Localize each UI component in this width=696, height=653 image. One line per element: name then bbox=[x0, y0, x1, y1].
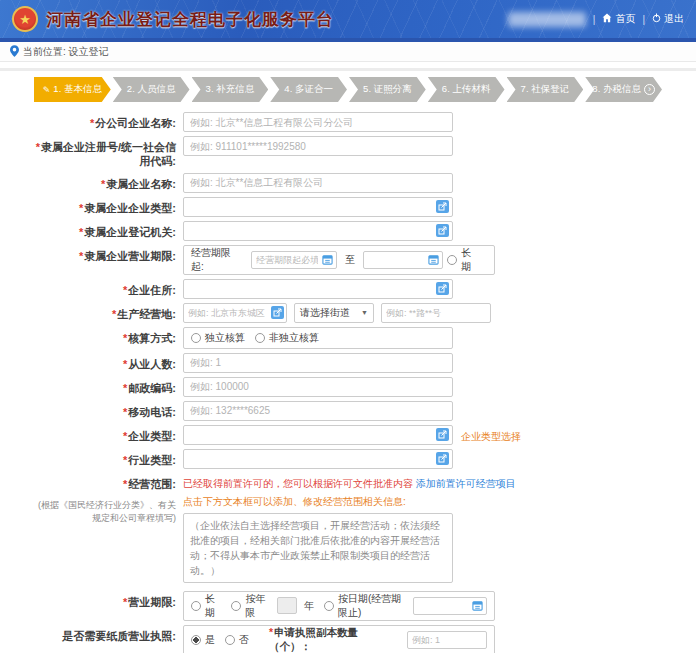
field-operation-place: *生产经营地: 请选择街道 ▼ bbox=[35, 303, 696, 323]
step-label: 2. 人员信息 bbox=[127, 83, 176, 96]
step-tab-supplementary-info[interactable]: 3. 补充信息 bbox=[192, 77, 269, 102]
operation-place-label: 生产经营地: bbox=[117, 308, 176, 320]
field-address: *企业住所: bbox=[35, 279, 696, 299]
header-nav: | 首页 | 退出 bbox=[508, 12, 684, 27]
field-parent-type: *隶属企业企业类型: bbox=[35, 197, 696, 217]
radio-independent-accounting-label: 独立核算 bbox=[205, 331, 245, 345]
radio-parent-term-long-label: 长期 bbox=[461, 246, 481, 274]
radio-parent-term-long[interactable] bbox=[447, 255, 457, 265]
parent-authority-label: 隶属企业登记机关: bbox=[84, 226, 176, 238]
years-input[interactable] bbox=[277, 597, 297, 614]
parent-term-label: 隶属企业营业期限: bbox=[84, 250, 176, 262]
logout-link[interactable]: 退出 bbox=[652, 12, 684, 26]
required-mark: * bbox=[112, 308, 116, 320]
calendar-icon[interactable] bbox=[428, 254, 439, 265]
radio-independent-accounting[interactable] bbox=[191, 333, 201, 343]
required-mark: * bbox=[123, 332, 127, 344]
home-icon bbox=[602, 13, 612, 25]
step-label: 5. 证照分离 bbox=[363, 83, 412, 96]
street-select[interactable]: 请选择街道 ▼ bbox=[294, 303, 374, 323]
breadcrumb-text: 当前位置: 设立登记 bbox=[23, 45, 109, 59]
industry-type-input[interactable] bbox=[183, 449, 453, 469]
scope-notice-orange: 点击下方文本框可以添加、修改经营范围相关信息: bbox=[183, 495, 516, 509]
radio-paper-yes-label: 是 bbox=[205, 633, 215, 647]
radio-term-long[interactable] bbox=[191, 601, 201, 611]
company-type-select-link[interactable]: 企业类型选择 bbox=[461, 430, 521, 444]
chevron-down-icon: ▼ bbox=[361, 309, 368, 316]
home-link[interactable]: 首页 bbox=[602, 12, 635, 26]
section-divider bbox=[0, 68, 696, 71]
parent-name-label: 隶属企业名称: bbox=[106, 178, 176, 190]
field-accounting: *核算方式: 独立核算 非独立核算 bbox=[35, 327, 696, 349]
popup-select-icon[interactable] bbox=[436, 282, 449, 295]
chevron-right-circle-icon: › bbox=[644, 84, 655, 95]
radio-paper-no[interactable] bbox=[225, 635, 235, 645]
detail-address-input[interactable] bbox=[381, 303, 491, 323]
step-label: 4. 多证合一 bbox=[284, 83, 333, 96]
star-icon: ★ bbox=[19, 13, 31, 26]
radio-term-years-label: 按年限 bbox=[245, 592, 270, 620]
step-tab-upload-materials[interactable]: 6. 上传材料 bbox=[428, 77, 505, 102]
year-unit-label: 年 bbox=[304, 599, 314, 613]
calendar-icon[interactable] bbox=[322, 254, 333, 265]
add-pre-license-link[interactable]: 添加前置许可经营项目 bbox=[416, 478, 516, 489]
industry-type-label: 行业类型: bbox=[128, 454, 176, 466]
address-input[interactable] bbox=[183, 279, 453, 299]
company-type-input[interactable] bbox=[183, 425, 453, 445]
radio-term-years[interactable] bbox=[231, 601, 241, 611]
company-type-label: 企业类型: bbox=[128, 430, 176, 442]
parent-type-input[interactable] bbox=[183, 197, 453, 217]
breadcrumb: 当前位置: 设立登记 bbox=[0, 42, 696, 62]
copies-input[interactable] bbox=[407, 631, 487, 649]
step-tab-tax-info[interactable]: 8. 办税信息 › bbox=[585, 77, 662, 102]
step-label: 6. 上传材料 bbox=[442, 83, 491, 96]
mobile-input[interactable] bbox=[183, 401, 453, 421]
pencil-icon: ✎ bbox=[43, 85, 51, 95]
required-mark: * bbox=[123, 596, 127, 608]
branch-name-input[interactable] bbox=[183, 112, 453, 132]
step-tab-multi-cert[interactable]: 4. 多证合一 bbox=[270, 77, 347, 102]
parent-reg-no-input[interactable] bbox=[183, 136, 453, 156]
popup-select-icon[interactable] bbox=[436, 428, 449, 441]
required-mark: * bbox=[79, 250, 83, 262]
required-mark: * bbox=[123, 478, 127, 490]
radio-non-independent-accounting[interactable] bbox=[255, 333, 265, 343]
radio-term-by-date[interactable] bbox=[324, 601, 334, 611]
postcode-label: 邮政编码: bbox=[128, 382, 176, 394]
page-title: 河南省企业登记全程电子化服务平台 bbox=[46, 8, 334, 31]
field-company-type: *企业类型: 企业类型选择 bbox=[35, 425, 696, 445]
postcode-input[interactable] bbox=[183, 377, 453, 397]
step-tab-basic-info[interactable]: ✎ 1. 基本信息 bbox=[34, 77, 111, 102]
scope-notice-red: 已经取得前置许可的，您可以根据许可文件批准内容 bbox=[183, 478, 413, 489]
popup-select-icon[interactable] bbox=[436, 200, 449, 213]
field-employees: *从业人数: bbox=[35, 353, 696, 373]
basic-info-form: *分公司企业名称: *隶属企业注册号/统一社会信用代码: *隶属企业名称: *隶… bbox=[35, 112, 696, 653]
field-parent-authority: *隶属企业登记机关: bbox=[35, 221, 696, 241]
field-postcode: *邮政编码: bbox=[35, 377, 696, 397]
field-mobile: *移动电话: bbox=[35, 401, 696, 421]
logout-label: 退出 bbox=[664, 12, 684, 26]
business-scope-textarea[interactable]: （企业依法自主选择经营项目，开展经营活动；依法须经批准的项目，经相关部门批准后依… bbox=[183, 513, 453, 583]
required-mark: * bbox=[269, 626, 273, 638]
radio-paper-yes[interactable] bbox=[191, 635, 201, 645]
required-mark: * bbox=[79, 202, 83, 214]
parent-name-input[interactable] bbox=[183, 173, 453, 193]
parent-authority-input[interactable] bbox=[183, 221, 453, 241]
required-mark: * bbox=[123, 430, 127, 442]
radio-term-long-label: 长期 bbox=[205, 592, 221, 620]
calendar-icon[interactable] bbox=[472, 600, 483, 611]
required-mark: * bbox=[123, 382, 127, 394]
field-parent-term: *隶属企业营业期限: 经营期限起: 至 长期 bbox=[35, 245, 696, 275]
required-mark: * bbox=[123, 284, 127, 296]
step-tab-social-security[interactable]: 7. 社保登记 bbox=[507, 77, 584, 102]
power-icon bbox=[652, 13, 661, 25]
popup-select-icon[interactable] bbox=[436, 224, 449, 237]
popup-select-icon[interactable] bbox=[436, 452, 449, 465]
popup-select-icon[interactable] bbox=[271, 306, 284, 319]
step-tab-personnel-info[interactable]: 2. 人员信息 bbox=[113, 77, 190, 102]
employees-input[interactable] bbox=[183, 353, 453, 373]
business-term-label: 营业期限: bbox=[128, 596, 176, 608]
copies-label: 申请执照副本数量（个）： bbox=[269, 626, 358, 652]
step-tab-cert-separation[interactable]: 5. 证照分离 bbox=[349, 77, 426, 102]
business-scope-area: 已经取得前置许可的，您可以根据许可文件批准内容 添加前置许可经营项目 点击下方文… bbox=[183, 473, 516, 587]
